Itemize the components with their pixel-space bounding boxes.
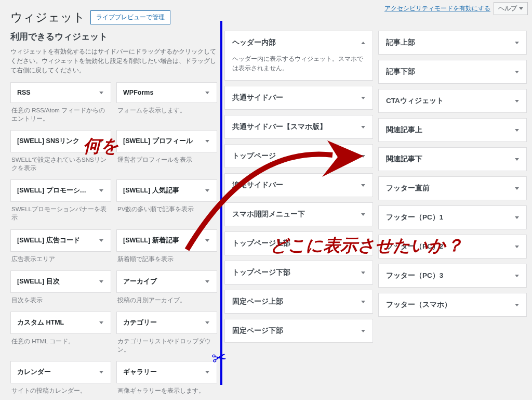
- widget-area-header[interactable]: フッター（PC）1: [379, 206, 526, 229]
- chevron-down-icon: [361, 242, 365, 245]
- chevron-down-icon: [515, 246, 519, 248]
- widget-desc: フォームを表示します。: [116, 103, 217, 120]
- widget-area: 関連記事下: [378, 147, 527, 171]
- available-widget[interactable]: [SWELL] 人気記事: [116, 179, 217, 202]
- help-toggle[interactable]: ヘルプ: [494, 2, 528, 15]
- chevron-down-icon: [515, 129, 519, 132]
- chevron-down-icon: [205, 321, 209, 324]
- chevron-down-icon: [361, 301, 365, 303]
- available-widget[interactable]: カテゴリー: [116, 312, 217, 334]
- chevron-down-icon: [515, 304, 519, 306]
- chevron-down-icon: [515, 158, 519, 161]
- chevron-down-icon: [361, 126, 365, 128]
- available-widget[interactable]: カスタム HTML: [10, 312, 111, 334]
- available-widget[interactable]: WPForms: [116, 82, 217, 103]
- widget-area-header[interactable]: 記事下部: [379, 60, 526, 83]
- widget-title: [SWELL] 目次: [17, 277, 60, 286]
- chevron-up-icon: [361, 42, 365, 44]
- widget-area-header[interactable]: 共通サイドバー【スマホ版】: [225, 115, 373, 138]
- widget-desc: 任意の HTML コード。: [10, 334, 111, 351]
- chevron-down-icon: [99, 140, 103, 143]
- available-widget[interactable]: [SWELL] 目次: [10, 270, 111, 293]
- widget-area: スマホ開閉メニュー下: [224, 202, 373, 226]
- widget-area-header[interactable]: 固定ページ下部: [225, 319, 373, 342]
- widget-area: トップページ上部: [224, 231, 373, 255]
- chevron-down-icon: [99, 92, 103, 94]
- widget-area-header[interactable]: トップページ: [225, 145, 373, 167]
- available-widget[interactable]: [SWELL] 新着記事: [116, 229, 217, 252]
- widget-area-header[interactable]: 関連記事下: [379, 148, 526, 171]
- widget-area-title: 記事上部: [386, 38, 415, 47]
- widget-area-header[interactable]: 共通サイドバー: [225, 86, 373, 109]
- widget-area-title: フッター（PC）3: [386, 271, 443, 280]
- chevron-down-icon: [515, 275, 519, 277]
- widget-desc: 任意の RSS/Atom フィードからのエントリー。: [10, 103, 111, 128]
- widget-desc: 広告表示エリア: [10, 252, 111, 268]
- widget-area-header[interactable]: トップページ上部: [225, 232, 373, 255]
- chevron-down-icon: [515, 71, 519, 73]
- widget-area: ヘッダー内部ヘッダー内に表示するウィジェット。スマホでは表示されません。: [224, 31, 373, 81]
- widget-area-title: スマホ開閉メニュー下: [232, 210, 305, 219]
- widget-area: フッター（PC）2: [378, 235, 527, 259]
- chevron-down-icon: [205, 189, 209, 192]
- chevron-down-icon: [361, 184, 365, 187]
- available-intro: ウィジェットを有効化するにはサイドバーにドラッグするかクリックしてください。ウィ…: [10, 47, 217, 75]
- widget-area-header[interactable]: ヘッダー内部: [225, 31, 373, 54]
- widget-title: [SWELL] 新着記事: [123, 236, 179, 245]
- available-widget[interactable]: カレンダー: [10, 361, 111, 383]
- widget-title: RSS: [17, 89, 31, 96]
- widget-area-header[interactable]: フッター（PC）2: [379, 235, 526, 258]
- widget-area-title: CTAウィジェット: [386, 96, 444, 106]
- widget-area-header[interactable]: 固定ページ上部: [225, 290, 373, 313]
- widget-area-header[interactable]: フッター（スマホ）: [379, 293, 526, 316]
- widget-title: ギャラリー: [123, 368, 157, 377]
- widget-area-header[interactable]: 関連記事上: [379, 119, 526, 141]
- available-widgets-panel: 利用できるウィジェット ウィジェットを有効化するにはサイドバーにドラッグするかク…: [10, 31, 217, 400]
- widget-area: 記事下部: [378, 60, 527, 84]
- chevron-down-icon: [205, 140, 209, 143]
- widget-area: フッター直前: [378, 176, 527, 200]
- widget-area: フッター（PC）1: [378, 205, 527, 229]
- widget-area-header[interactable]: フッター直前: [379, 177, 526, 200]
- widget-area-desc: ヘッダー内に表示するウィジェット。スマホでは表示されません。: [225, 54, 373, 80]
- widget-title: カレンダー: [17, 368, 51, 377]
- available-widget[interactable]: RSS: [10, 82, 111, 103]
- live-preview-button[interactable]: ライブプレビューで管理: [90, 10, 170, 24]
- widget-area-title: トップページ: [232, 151, 276, 161]
- chevron-down-icon: [205, 280, 209, 283]
- widget-area: トップページ下部: [224, 261, 373, 285]
- chevron-down-icon: [515, 42, 519, 44]
- available-widget[interactable]: ギャラリー: [116, 361, 217, 383]
- widget-area: 共通サイドバー【スマホ版】: [224, 115, 373, 139]
- widget-area: フッター（スマホ）: [378, 293, 527, 317]
- chevron-down-icon: [99, 189, 103, 192]
- widget-area-header[interactable]: スマホ開閉メニュー下: [225, 203, 373, 226]
- widget-title: [SWELL] SNSリンク: [17, 137, 79, 146]
- available-widget[interactable]: [SWELL] プロモーシ…: [10, 179, 111, 202]
- widget-desc: 目次を表示: [10, 293, 111, 309]
- chevron-down-icon: [205, 239, 209, 242]
- widget-area-title: 記事下部: [386, 67, 415, 76]
- widget-area-header[interactable]: トップページ下部: [225, 261, 373, 284]
- widget-area-title: フッター（PC）2: [386, 242, 443, 251]
- available-widget[interactable]: [SWELL] プロフィール: [116, 130, 217, 152]
- help-label: ヘルプ: [498, 4, 517, 13]
- widget-area-header[interactable]: 追尾サイドバー: [225, 174, 373, 197]
- widget-title: [SWELL] 広告コード: [17, 236, 80, 245]
- available-widget[interactable]: [SWELL] SNSリンク: [10, 130, 111, 152]
- chevron-down-icon: [361, 272, 365, 274]
- widget-desc: SWELLで設定されているSNSリンクを表示: [10, 152, 111, 177]
- widget-desc: 運営者プロフィールを表示: [116, 152, 217, 169]
- widget-title: [SWELL] プロフィール: [123, 137, 193, 146]
- widget-area-title: フッター（PC）1: [386, 213, 443, 222]
- widget-area-header[interactable]: 記事上部: [379, 31, 526, 54]
- widget-area-header[interactable]: CTAウィジェット: [379, 89, 526, 112]
- available-widget[interactable]: アーカイブ: [116, 270, 217, 293]
- accessibility-mode-link[interactable]: アクセシビリティモードを有効にする: [384, 4, 490, 13]
- available-widget[interactable]: [SWELL] 広告コード: [10, 229, 111, 252]
- widget-area-title: ヘッダー内部: [232, 38, 276, 47]
- widget-desc: 画像ギャラリーを表示します。: [116, 383, 217, 400]
- chevron-down-icon: [361, 330, 365, 332]
- chevron-down-icon: [205, 371, 209, 373]
- widget-area-header[interactable]: フッター（PC）3: [379, 264, 526, 287]
